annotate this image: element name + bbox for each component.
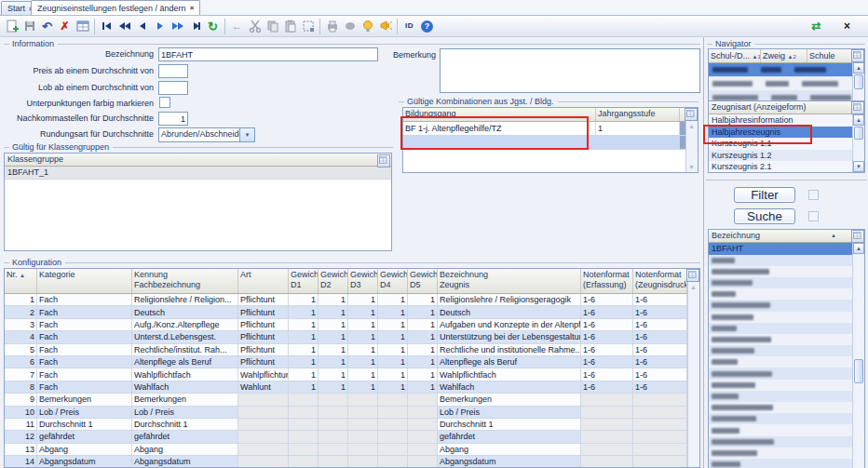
column-header[interactable]: GewichtD5 [408,269,438,294]
config-row[interactable]: 11Durchschnitt 1Durchschnitt 1Durchschni… [5,418,700,430]
unterpunktungen-checkbox[interactable] [159,97,170,108]
preis-input[interactable] [158,64,188,78]
scroll-up-icon[interactable]: ▲ [853,62,864,74]
filter-checkbox[interactable] [808,190,819,200]
prev-page-icon[interactable] [115,18,133,35]
select-icon[interactable] [299,18,317,35]
refresh-icon[interactable]: ↻ [204,18,222,35]
scroll-thumb[interactable] [854,359,863,383]
config-row[interactable]: 3FachAufg./Konz.AltenpflegePflichtunt111… [5,318,700,330]
redacted-row[interactable] [709,368,856,379]
column-header[interactable]: Zweig ▲2 [761,49,807,62]
rundungsart-select[interactable]: Abrunden/Abschneiden ▼ [158,127,255,142]
suche-button[interactable]: Suche [734,208,795,224]
scroll-up-icon[interactable]: ▲ [853,243,864,254]
prev-record-icon[interactable] [133,18,151,35]
bezeichnung-scrollbar[interactable]: ▲ [852,243,864,468]
zeugnisart-item-halbjahresinformation[interactable]: Halbjahresinformation [709,114,859,127]
redacted-row[interactable] [709,277,856,288]
help-icon[interactable]: ? [418,18,436,35]
column-header[interactable]: Bildungsgang [403,108,596,122]
zeugnisart-item-kurszeugnis-1-2[interactable]: Kurszeugnis 1.2 [709,150,859,162]
delete-icon[interactable]: ✗ [56,18,74,35]
bezeichnung-input[interactable] [158,47,378,61]
scroll-thumb[interactable] [854,74,863,89]
redacted-row[interactable] [709,63,856,77]
config-row[interactable]: 6FachAltenpflege als BerufPflichtunt1111… [5,355,700,368]
redacted-row[interactable] [709,402,856,413]
notify-icon[interactable] [376,18,394,35]
redacted-row[interactable] [709,380,856,391]
column-header[interactable]: GewichtD1 [289,269,319,294]
edit-grid-icon[interactable] [74,18,91,35]
column-header[interactable]: GewichtD2 [319,269,348,294]
redacted-row[interactable] [709,436,856,448]
kombination-row[interactable]: ✗ [403,136,698,150]
config-row[interactable]: 14AbgangsdatumAbgangsdatumAbgangsdatum✗ [5,456,700,468]
scroll-up-icon[interactable]: ▲ [853,114,864,126]
redacted-row[interactable] [709,288,856,300]
column-header[interactable]: Notenformat(Erfassung) [581,269,633,294]
close-panel-icon[interactable]: × [838,18,856,35]
config-row[interactable]: 5FachRechtliche/institut. Rah...Pflichtu… [5,343,700,355]
cut-icon[interactable] [246,18,264,35]
new-record-icon[interactable] [3,18,20,35]
back-icon[interactable]: ← [228,18,246,35]
field-chooser-button[interactable] [377,154,390,167]
zeugnisart-item-kurszeugnis-2-1[interactable]: Kurszeugnis 2.1 [709,161,859,173]
kombinationen-scrollbar[interactable]: ▲ ▼ [685,121,698,172]
scroll-thumb[interactable] [854,127,863,140]
bezeichnung-item-selected[interactable]: 1BFAHT [709,243,859,255]
last-record-icon[interactable] [186,18,204,35]
field-chooser-button[interactable] [685,108,698,121]
klassengruppe-row[interactable]: 1BFAHT_1 [5,167,391,180]
column-header[interactable]: GewichtD4 [378,269,408,294]
column-header[interactable]: Schule [807,49,853,62]
paste-icon[interactable] [281,18,299,35]
column-header[interactable]: Notenformat(Zeugnisdruck) [633,269,687,294]
column-header[interactable]: Jahrgangsstufe [596,108,680,122]
redacted-row[interactable] [709,266,856,277]
redacted-row[interactable] [709,312,856,323]
field-chooser-button[interactable] [851,230,864,243]
lob-input[interactable] [158,81,188,95]
next-page-icon[interactable] [169,18,186,35]
column-header[interactable]: BezeichnungZeugnis [438,269,581,294]
column-header[interactable]: Nr. ▲ [5,269,37,294]
zeugnisart-header[interactable]: Zeugnisart (Anzeigeform) [709,101,864,114]
column-header[interactable]: Kategorie [37,269,132,294]
redacted-row[interactable] [709,424,856,435]
bemerkung-textarea[interactable] [440,48,700,93]
suche-checkbox[interactable] [808,211,819,221]
column-header[interactable]: Schul-/D... ▲1 [709,49,761,62]
save-icon[interactable] [20,18,38,35]
field-chooser-button[interactable] [851,49,864,62]
redacted-row[interactable] [709,334,856,345]
redacted-row[interactable] [709,300,856,311]
scroll-down-icon[interactable]: ▼ [853,161,864,172]
kombination-row[interactable]: BF 1-j. Altenpflegehilfe/TZ1✗ [403,122,698,136]
bezeichnung-header[interactable]: Bezeichnung ▲ [709,230,864,243]
field-chooser-button[interactable] [686,269,699,282]
column-header[interactable]: GewichtD3 [348,269,378,294]
zeugnisart-item-kurszeugnis-1-1[interactable]: Kurszeugnis 1.1 [709,138,859,150]
redacted-row[interactable] [709,356,856,368]
redacted-row[interactable] [709,391,856,402]
config-row[interactable]: 10Lob / PreisLob / PreisLob / Preis✗ [5,406,700,418]
tab-zeugniseinstellungen[interactable]: Zeugniseinstellungen festlegen / ändern … [31,0,200,15]
first-record-icon[interactable] [98,18,115,35]
zeugnisart-item-halbjahreszeugnis[interactable]: Halbjahreszeugnis [709,127,859,139]
konfiguration-scrollbar[interactable]: ▲ [687,282,699,467]
config-row[interactable]: 2FachDeutschPflichtunt11111Deutsch1-61-6… [5,306,700,318]
config-row[interactable]: 12gefährdetgefährdetgefährdet✗ [5,431,700,443]
config-row[interactable]: 13AbgangAbgangAbgang✗ [5,443,700,455]
column-header[interactable]: Art [238,269,289,294]
config-row[interactable]: 8FachWahlfachWahlunt11111Wahlfach1-61-6W… [5,381,700,393]
redacted-row[interactable] [709,459,856,468]
next-record-icon[interactable] [151,18,169,35]
chevron-down-icon[interactable]: ▼ [239,128,254,141]
filter-button[interactable]: Filter [734,187,795,203]
column-header[interactable]: KennungFachbezeichnung [132,269,238,294]
print-icon[interactable] [323,18,341,35]
redacted-row[interactable] [709,323,856,334]
